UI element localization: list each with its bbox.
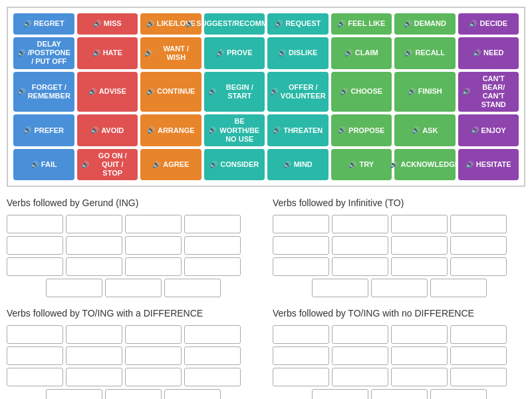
drop-cell[interactable] xyxy=(332,236,388,255)
drop-cell[interactable] xyxy=(7,257,63,276)
verb-btn-2-1[interactable]: 🔊ADVISE xyxy=(77,72,138,112)
drop-cell[interactable] xyxy=(273,325,329,344)
drop-cell[interactable] xyxy=(391,368,448,386)
drop-cell[interactable] xyxy=(332,257,388,276)
drop-cell[interactable] xyxy=(391,325,448,344)
drop-cell[interactable] xyxy=(273,215,329,233)
drop-cell[interactable] xyxy=(184,368,241,386)
verb-btn-0-1[interactable]: 🔊MISS xyxy=(77,13,138,35)
drop-cell[interactable] xyxy=(125,368,182,386)
verb-btn-2-7[interactable]: 🔊CAN'T BEAR/ CAN'T STAND xyxy=(458,72,519,112)
drop-cell[interactable] xyxy=(66,257,122,276)
drop-cell[interactable] xyxy=(450,325,507,344)
drop-cell[interactable] xyxy=(7,325,63,344)
verb-btn-4-6[interactable]: 🔊ACKNOWLEDGE xyxy=(394,149,456,181)
drop-cell[interactable] xyxy=(46,389,102,399)
verb-btn-1-6[interactable]: 🔊RECALL xyxy=(394,37,456,69)
verb-btn-3-0[interactable]: 🔊PREFER xyxy=(13,114,74,146)
verb-btn-2-2[interactable]: 🔊CONTINUE xyxy=(140,72,201,112)
drop-cell[interactable] xyxy=(7,368,63,386)
drop-cell[interactable] xyxy=(450,368,507,386)
drop-cell[interactable] xyxy=(66,346,122,365)
drop-cell[interactable] xyxy=(273,346,329,365)
speaker-icon: 🔊 xyxy=(348,161,356,169)
drop-cell[interactable] xyxy=(46,279,102,297)
drop-cell[interactable] xyxy=(332,215,388,233)
drop-cell[interactable] xyxy=(66,368,122,386)
verb-btn-3-3[interactable]: 🔊BE WORTH/BE NO USE xyxy=(204,114,265,146)
verb-btn-0-4[interactable]: 🔊REQUEST xyxy=(267,13,329,35)
drop-cell[interactable] xyxy=(184,257,241,276)
drop-cell[interactable] xyxy=(7,346,63,365)
drop-cell[interactable] xyxy=(273,368,329,386)
drop-cell[interactable] xyxy=(164,389,221,399)
drop-cell[interactable] xyxy=(184,236,241,255)
verb-btn-1-1[interactable]: 🔊HATE xyxy=(77,37,138,69)
drop-cell[interactable] xyxy=(450,215,507,233)
drop-cell[interactable] xyxy=(66,325,122,344)
drop-cell[interactable] xyxy=(184,346,241,365)
drop-cell[interactable] xyxy=(184,215,241,233)
drop-cell[interactable] xyxy=(332,325,388,344)
drop-cell[interactable] xyxy=(430,279,487,297)
drop-cell[interactable] xyxy=(450,236,507,255)
drop-cell[interactable] xyxy=(430,389,487,399)
verb-btn-1-0[interactable]: 🔊DELAY /POSTPONE / PUT OFF xyxy=(13,37,74,69)
verb-btn-4-3[interactable]: 🔊CONSIDER xyxy=(204,149,265,181)
verb-btn-4-2[interactable]: 🔊AGREE xyxy=(140,149,201,181)
drop-cell[interactable] xyxy=(312,279,368,297)
verb-btn-4-4[interactable]: 🔊MIND xyxy=(267,149,329,181)
drop-cell[interactable] xyxy=(391,215,448,233)
verb-btn-0-6[interactable]: 🔊DEMAND xyxy=(394,13,456,35)
drop-cell[interactable] xyxy=(105,279,162,297)
verb-btn-3-5[interactable]: 🔊PROPOSE xyxy=(331,114,392,146)
drop-cell[interactable] xyxy=(312,389,368,399)
verb-btn-3-1[interactable]: 🔊AVOID xyxy=(77,114,138,146)
verb-btn-3-2[interactable]: 🔊ARRANGE xyxy=(140,114,201,146)
drop-cell[interactable] xyxy=(184,325,241,344)
verb-btn-0-7[interactable]: 🔊DECIDE xyxy=(458,13,519,35)
verb-btn-4-1[interactable]: 🔊GO ON / QUIT / STOP xyxy=(77,149,138,181)
drop-cell[interactable] xyxy=(450,257,507,276)
verb-btn-3-7[interactable]: 🔊ENJOY xyxy=(458,114,519,146)
verb-btn-2-6[interactable]: 🔊FINISH xyxy=(394,72,456,112)
verb-btn-1-2[interactable]: 🔊WANT / WISH xyxy=(140,37,201,69)
verb-btn-2-0[interactable]: 🔊FORGET / REMEMBER xyxy=(13,72,74,112)
drop-cell[interactable] xyxy=(332,346,388,365)
drop-cell[interactable] xyxy=(371,279,428,297)
drop-cell[interactable] xyxy=(391,257,448,276)
drop-cell[interactable] xyxy=(125,325,182,344)
verb-btn-1-5[interactable]: 🔊CLAIM xyxy=(331,37,392,69)
verb-btn-2-3[interactable]: 🔊BEGIN / START xyxy=(204,72,265,112)
verb-btn-1-3[interactable]: 🔊PROVE xyxy=(204,37,265,69)
drop-cell[interactable] xyxy=(273,257,329,276)
verb-btn-1-7[interactable]: 🔊NEED xyxy=(458,37,519,69)
drop-cell[interactable] xyxy=(125,257,182,276)
verb-btn-4-7[interactable]: 🔊HESITATE xyxy=(458,149,519,181)
verb-btn-0-3[interactable]: 🔊SUGGEST/RECOMMEND xyxy=(204,13,265,35)
verb-btn-4-0[interactable]: 🔊FAIL xyxy=(13,149,74,181)
drop-cell[interactable] xyxy=(66,215,122,233)
drop-cell[interactable] xyxy=(371,389,428,399)
drop-cell[interactable] xyxy=(7,215,63,233)
drop-cell[interactable] xyxy=(105,389,162,399)
verb-btn-3-6[interactable]: 🔊ASK xyxy=(394,114,456,146)
drop-cell[interactable] xyxy=(125,346,182,365)
drop-cell[interactable] xyxy=(164,279,221,297)
verb-btn-2-4[interactable]: 🔊OFFER / VOLUNTEER xyxy=(267,72,329,112)
drop-cell[interactable] xyxy=(66,236,122,255)
drop-cell[interactable] xyxy=(7,236,63,255)
drop-cell[interactable] xyxy=(391,346,448,365)
verb-btn-4-5[interactable]: 🔊TRY xyxy=(331,149,392,181)
drop-cell[interactable] xyxy=(332,368,388,386)
verb-btn-0-0[interactable]: 🔊REGRET xyxy=(13,13,74,35)
drop-cell[interactable] xyxy=(125,215,182,233)
verb-btn-1-4[interactable]: 🔊DISLIKE xyxy=(267,37,329,69)
drop-cell[interactable] xyxy=(450,346,507,365)
verb-btn-2-5[interactable]: 🔊CHOOSE xyxy=(331,72,392,112)
drop-cell[interactable] xyxy=(125,236,182,255)
verb-btn-3-4[interactable]: 🔊THREATEN xyxy=(267,114,329,146)
verb-btn-0-5[interactable]: 🔊FEEL LIKE xyxy=(331,13,392,35)
drop-cell[interactable] xyxy=(273,236,329,255)
drop-cell[interactable] xyxy=(391,236,448,255)
